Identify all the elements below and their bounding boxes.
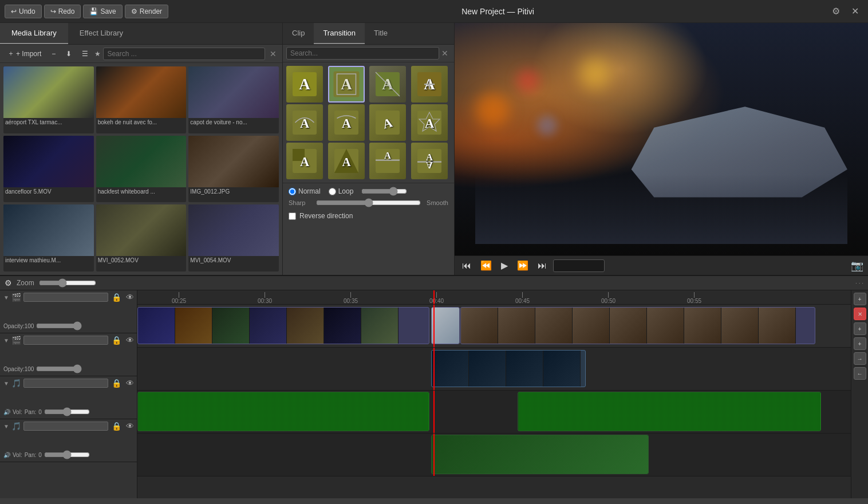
transition-item-10[interactable]: A <box>328 143 365 179</box>
transition-item-6[interactable]: A <box>328 104 365 141</box>
tab-clip[interactable]: Clip <box>283 23 314 44</box>
rs-button-3[interactable]: + <box>854 322 866 335</box>
track-lock-button-2[interactable]: 🔒 <box>111 336 123 345</box>
transition-search-input[interactable] <box>286 47 439 60</box>
track-chevron-1[interactable]: ▼ <box>3 294 9 301</box>
track-mute-button-3[interactable]: 👁 <box>125 379 135 388</box>
library-search-input[interactable] <box>103 48 265 60</box>
track-name-input-1[interactable] <box>23 293 108 302</box>
video-transition-1[interactable] <box>431 307 460 344</box>
tab-effect-library[interactable]: Effect Library <box>68 23 135 44</box>
step-forward-button[interactable]: ⏩ <box>514 258 531 273</box>
undo-button[interactable]: ↩ Undo <box>5 5 42 18</box>
rs-button-5[interactable]: → <box>854 352 866 365</box>
close-button[interactable]: ✕ <box>847 3 863 19</box>
transition-search-clear-button[interactable]: ✕ <box>439 49 451 58</box>
track-mute-button-2[interactable]: 👁 <box>125 336 135 345</box>
frame-k2 <box>469 351 506 387</box>
track-name-input-3[interactable] <box>23 379 108 388</box>
rs-button-6[interactable]: ← <box>854 367 866 380</box>
track-lane-video1[interactable] <box>137 305 851 348</box>
video-clip-2[interactable] <box>460 307 815 344</box>
audio2-clip-1[interactable] <box>431 435 649 474</box>
screenshot-button[interactable]: 📷 <box>851 259 863 272</box>
track-lane-audio1[interactable] <box>137 391 851 434</box>
track-chevron-3[interactable]: ▼ <box>3 380 9 387</box>
media-item[interactable]: hackfest whiteboard ... <box>96 136 187 203</box>
transition-item-7[interactable]: A <box>369 104 406 141</box>
pan-slider-2[interactable] <box>44 450 90 459</box>
track-lane-audio2[interactable] <box>137 434 851 477</box>
track-lock-button-1[interactable]: 🔒 <box>111 293 123 302</box>
rs-button-1[interactable]: + <box>854 293 866 305</box>
skip-to-end-button[interactable]: ⏭ <box>535 259 550 273</box>
reverse-direction-checkbox[interactable] <box>289 212 296 220</box>
transition-item-3[interactable]: A <box>369 66 406 103</box>
frame-3 <box>212 308 250 344</box>
lib-menu-button[interactable]: ☰ <box>78 48 92 60</box>
audio-clip-2[interactable] <box>518 392 821 431</box>
media-item[interactable]: IMG_0012.JPG <box>188 136 279 203</box>
tab-media-library[interactable]: Media Library <box>0 23 68 44</box>
media-item[interactable]: MVI_0052.MOV <box>96 204 187 271</box>
render-button[interactable]: ⚙ Render <box>125 5 168 18</box>
opacity-slider-1[interactable] <box>36 321 82 330</box>
audio-clip-1[interactable] <box>137 392 429 431</box>
media-item[interactable]: capot de voiture - no... <box>188 66 279 133</box>
video-clip-1[interactable] <box>137 307 429 344</box>
track-lane-video2[interactable] <box>137 348 851 391</box>
track-lock-button-3[interactable]: 🔒 <box>111 379 123 388</box>
transition-item-1[interactable]: A <box>286 66 323 103</box>
tab-title[interactable]: Title <box>365 23 397 44</box>
lib-search-clear-button[interactable]: ✕ <box>267 49 279 58</box>
track-name-input-2[interactable] <box>23 336 108 345</box>
sharp-smooth-slider[interactable] <box>316 198 421 207</box>
track-chevron-2[interactable]: ▼ <box>3 337 9 344</box>
pan-slider-1[interactable] <box>44 407 90 416</box>
track-mute-button-1[interactable]: 👁 <box>125 293 135 302</box>
track-lock-button-4[interactable]: 🔒 <box>111 422 123 431</box>
media-item[interactable]: dancefloor 5.MOV <box>3 136 94 203</box>
video2-clip-1[interactable] <box>431 350 586 387</box>
transition-item-11[interactable]: A <box>369 143 406 179</box>
timeline-tracks[interactable]: 00:25 00:30 00:35 00:40 00:45 00:50 00:5… <box>137 290 851 498</box>
loop-radio[interactable] <box>329 188 336 195</box>
settings-button[interactable]: ⚙ <box>827 3 845 19</box>
normal-radio[interactable] <box>289 188 296 195</box>
track-mute-button-4[interactable]: 👁 <box>125 422 135 431</box>
media-item[interactable]: bokeh de nuit avec fo... <box>96 66 187 133</box>
transition-icon-6: A <box>333 109 360 136</box>
normal-radio-label[interactable]: Normal <box>289 187 321 195</box>
play-pause-button[interactable]: ▶ <box>498 258 511 273</box>
transition-item-8[interactable]: A <box>411 104 448 141</box>
lib-minus-button[interactable]: − <box>48 48 60 60</box>
transition-item-4[interactable]: A <box>411 66 448 103</box>
track-chevron-4[interactable]: ▼ <box>3 423 9 430</box>
track-opacity-label-1: Opacity:100 <box>3 323 34 329</box>
opacity-slider-2[interactable] <box>36 364 82 373</box>
tab-transition[interactable]: Transition <box>314 23 365 44</box>
loop-slider[interactable] <box>361 187 407 196</box>
skip-to-start-button[interactable]: ⏮ <box>459 259 474 273</box>
lib-action-button[interactable]: ⬇ <box>62 48 76 60</box>
rs-button-2[interactable]: ✕ <box>854 308 866 320</box>
right-sidebar: + ✕ + + → ← <box>851 290 868 498</box>
import-button[interactable]: ＋ + Import <box>3 47 45 60</box>
step-back-button[interactable]: ⏪ <box>478 258 495 273</box>
transition-item-12[interactable]: A A <box>411 143 448 179</box>
loop-radio-label[interactable]: Loop <box>329 187 354 195</box>
transition-item-2[interactable]: A <box>328 66 365 103</box>
media-item[interactable]: MVI_0054.MOV <box>188 204 279 271</box>
reverse-direction-label[interactable]: Reverse direction <box>299 212 353 220</box>
track-name-input-4[interactable] <box>23 422 108 431</box>
transition-item-9[interactable]: A <box>286 143 323 179</box>
save-button[interactable]: 💾 Save <box>83 5 122 18</box>
media-item[interactable]: interview mathieu.M... <box>3 204 94 271</box>
zoom-slider[interactable] <box>39 278 96 288</box>
redo-button[interactable]: ↪ Redo <box>44 5 81 18</box>
timecode-input[interactable]: 00:40.657 <box>553 259 605 272</box>
media-item[interactable]: aéroport TXL tarmac... <box>3 66 94 133</box>
rs-button-4[interactable]: + <box>854 337 866 350</box>
playhead[interactable] <box>433 290 435 304</box>
transition-item-5[interactable]: A <box>286 104 323 141</box>
